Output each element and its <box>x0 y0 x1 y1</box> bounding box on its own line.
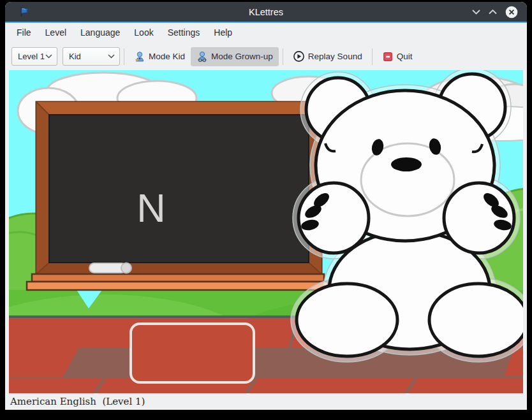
close-button[interactable] <box>505 6 518 18</box>
menu-language[interactable]: Language <box>73 23 127 43</box>
theme-select[interactable]: Kid <box>63 47 120 66</box>
maximize-button[interactable] <box>489 10 497 15</box>
bear-paw-left <box>299 183 369 253</box>
chevron-down-icon <box>472 10 480 15</box>
teddy-bear <box>297 74 523 356</box>
mode-grown-up-label: Mode Grown-up <box>211 52 273 61</box>
mode-grown-up-button[interactable]: Mode Grown-up <box>191 47 279 66</box>
mode-kid-button[interactable]: Mode Kid <box>128 47 191 66</box>
menu-help[interactable]: Help <box>207 23 239 43</box>
bear-foot-left <box>297 284 397 356</box>
close-circle-icon <box>505 6 518 18</box>
board-tray-upper <box>32 274 324 282</box>
grown-up-icon <box>196 51 208 62</box>
toolbar: Level 1 Kid Mode Kid <box>5 43 527 70</box>
bear-nose <box>391 157 422 171</box>
toolbar-separator <box>283 48 283 65</box>
menu-file[interactable]: File <box>10 23 38 43</box>
chalk <box>89 263 131 273</box>
toolbar-separator <box>372 48 373 65</box>
chevron-down-icon <box>108 54 115 59</box>
replay-sound-button[interactable]: Replay Sound <box>287 47 368 66</box>
quit-label: Quit <box>397 52 413 61</box>
quit-icon <box>382 51 394 62</box>
level-select[interactable]: Level 1 <box>11 47 57 66</box>
mode-kid-label: Mode Kid <box>149 52 185 61</box>
theme-select-value: Kid <box>69 52 108 61</box>
bear-foot-right <box>429 284 523 356</box>
level-select-value: Level 1 <box>18 52 45 61</box>
toolbar-separator <box>124 48 124 65</box>
bear-paw-right <box>444 183 514 253</box>
blackboard: N <box>27 102 328 290</box>
kid-icon <box>134 51 145 62</box>
menubar: File Level Language Look Settings Help <box>5 23 527 43</box>
statusbar: American English (Level 1) <box>5 393 527 410</box>
chevron-down-icon <box>45 54 52 59</box>
letter-input[interactable] <box>129 322 255 384</box>
menu-settings[interactable]: Settings <box>161 23 207 43</box>
board-tray-lower <box>27 282 328 290</box>
play-circle-icon <box>293 50 305 62</box>
chevron-up-icon <box>489 10 497 15</box>
status-language-level: American English (Level 1) <box>10 396 145 407</box>
scene-graphic: N <box>9 70 523 393</box>
menu-level[interactable]: Level <box>38 23 73 43</box>
menu-look[interactable]: Look <box>127 23 160 43</box>
titlebar[interactable]: KLettres <box>5 2 527 23</box>
kid-scene: N <box>9 70 523 393</box>
replay-sound-label: Replay Sound <box>308 52 362 61</box>
blackboard-letter: N <box>137 185 166 230</box>
window-title: KLettres <box>5 7 527 17</box>
quit-button[interactable]: Quit <box>376 47 418 66</box>
minimize-button[interactable] <box>472 10 480 15</box>
klettres-window: KLettres File Level Language <box>5 2 527 410</box>
